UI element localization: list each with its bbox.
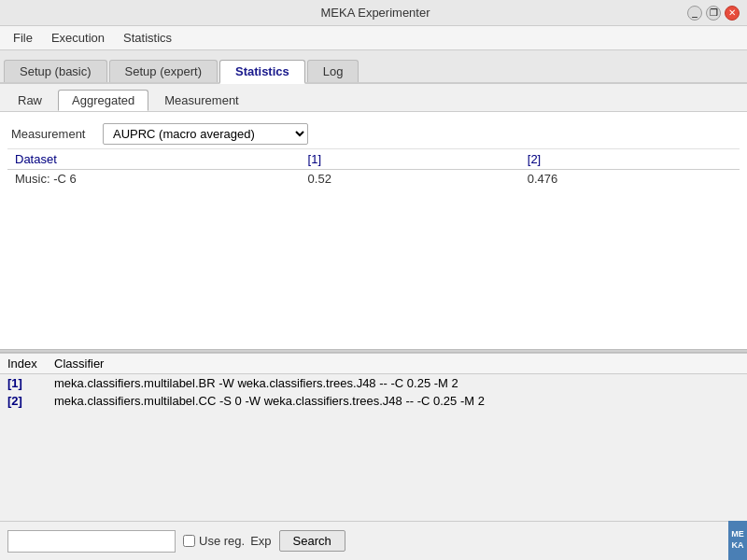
classifier-row: [1] meka.classifiers.multilabel.BR -W we… [0,374,747,393]
tab-log[interactable]: Log [307,60,359,82]
app-title: MEKA Experimenter [63,6,687,20]
window-controls: _ ❐ ✕ [687,6,740,21]
classifier-col-index: Index [0,354,47,374]
col-header-2: [2] [520,149,740,170]
subtab-raw[interactable]: Raw [4,90,56,110]
cell-col2: 0.476 [520,170,740,189]
classifier-name: meka.classifiers.multilabel.CC -S 0 -W w… [47,392,747,410]
bottom-bar: Use reg. Exp Search ME KA [0,521,747,560]
sub-tab-bar: Raw Aggregated Measurement [0,84,747,112]
subtab-measurement[interactable]: Measurement [150,90,252,110]
use-reg-text: Use reg. [199,534,245,548]
classifier-table: Index Classifier [1] meka.classifiers.mu… [0,354,747,410]
menu-file[interactable]: File [4,29,42,47]
minimize-button[interactable]: _ [687,6,702,21]
classifier-row: [2] meka.classifiers.multilabel.CC -S 0 … [0,392,747,410]
classifier-name: meka.classifiers.multilabel.BR -W weka.c… [47,374,747,393]
restore-button[interactable]: ❐ [706,6,721,21]
classifier-index: [2] [0,392,47,410]
use-reg-checkbox[interactable] [183,535,195,547]
exp-text: Exp [250,534,271,548]
measurement-row: Measurement AUPRC (macro averaged)Accura… [7,119,740,149]
data-table: Dataset [1] [2] Music: -C 6 0.52 0.476 [7,149,740,188]
col-header-dataset: Dataset [7,149,301,170]
tab-statistics[interactable]: Statistics [219,60,305,84]
cell-dataset: Music: -C 6 [7,170,301,189]
classifier-index: [1] [0,374,47,393]
search-input[interactable] [7,530,176,553]
menu-bar: File Execution Statistics [0,26,747,50]
measurement-select[interactable]: AUPRC (macro averaged)AccuracyHamming lo… [103,123,308,145]
table-row: Music: -C 6 0.52 0.476 [7,170,740,189]
menu-statistics[interactable]: Statistics [114,29,181,47]
close-button[interactable]: ✕ [725,6,740,21]
search-button[interactable]: Search [279,530,345,552]
classifier-table-container: Index Classifier [1] meka.classifiers.mu… [0,354,747,521]
subtab-aggregated[interactable]: Aggregated [58,90,148,111]
tab-setup-basic[interactable]: Setup (basic) [4,60,107,82]
menu-execution[interactable]: Execution [42,29,114,47]
col-header-1: [1] [301,149,520,170]
measurement-label: Measurement [11,127,95,141]
classifier-col-classifier: Classifier [47,354,747,374]
use-reg-label: Use reg. Exp [183,534,272,548]
tab-setup-expert[interactable]: Setup (expert) [109,60,218,82]
corner-logo: ME KA [728,521,747,560]
upper-section: Raw Aggregated Measurement Measurement A… [0,84,747,349]
main-tab-bar: Setup (basic) Setup (expert) Statistics … [0,50,747,84]
cell-col1: 0.52 [301,170,520,189]
lower-section: Index Classifier [1] meka.classifiers.mu… [0,353,747,521]
title-bar: MEKA Experimenter _ ❐ ✕ [0,0,747,26]
statistics-content: Measurement AUPRC (macro averaged)Accura… [0,112,747,349]
